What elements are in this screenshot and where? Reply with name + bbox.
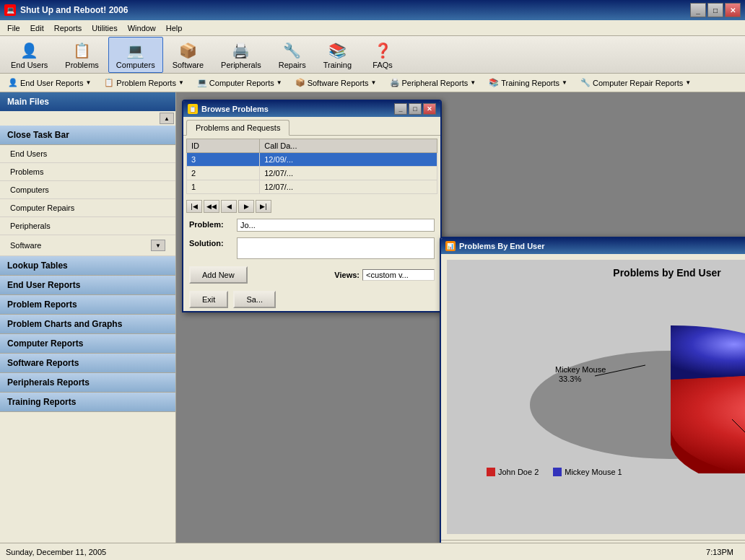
dropdown-arrow-4: ▼ [371, 79, 377, 86]
toolbar-computers[interactable]: 💻 Computers [108, 37, 163, 73]
cell-id: 2 [187, 167, 260, 180]
save-button[interactable]: Sa... [233, 291, 276, 308]
menu-utilities[interactable]: Utilities [87, 22, 121, 34]
reports-software[interactable]: 📦 Software Reports ▼ [290, 76, 382, 89]
sidebar-end-user-reports[interactable]: End User Reports [0, 276, 175, 295]
peripheral-reports-icon: 🖨️ [390, 78, 400, 87]
table-row[interactable]: 1 12/07/... [187, 180, 437, 194]
reports-training[interactable]: 📚 Training Reports ▼ [484, 76, 572, 89]
menu-bar: File Edit Reports Utilities Window Help [0, 20, 745, 36]
exit-row: Exit Sa... [183, 288, 440, 311]
sidebar-problem-reports[interactable]: Problem Reports [0, 295, 175, 315]
menu-window[interactable]: Window [123, 22, 160, 34]
repairs-icon: 🔧 [282, 40, 302, 61]
browse-window-body: Problems and Requests ID Call Da... [183, 117, 440, 311]
dropdown-arrow-5: ▼ [470, 79, 476, 86]
nav-prev[interactable]: ◀ [221, 200, 237, 213]
menu-file[interactable]: File [3, 22, 25, 34]
repair-reports-icon: 🔧 [580, 78, 591, 87]
sidebar-main-files[interactable]: Main Files [0, 92, 175, 111]
table-row[interactable]: 3 12/09/... [187, 153, 437, 167]
nav-prev-prev[interactable]: ◀◀ [204, 200, 219, 213]
problem-field[interactable]: Jo... [237, 219, 435, 232]
legend-mickey-mouse: Mickey Mouse 1 [553, 468, 622, 476]
sidebar-problem-charts[interactable]: Problem Charts and Graphs [0, 315, 175, 334]
pie-chart-svg: Mickey Mouse 33.3% John Doe 66.7% [487, 286, 745, 473]
minimize-button[interactable]: _ [690, 3, 706, 17]
menu-help[interactable]: Help [162, 22, 187, 34]
toolbar-problems[interactable]: 📋 Problems [57, 37, 106, 73]
title-controls: _ □ ✕ [690, 3, 741, 17]
menu-reports[interactable]: Reports [50, 22, 87, 34]
chart-window-icon: 📊 [445, 241, 456, 251]
sidebar-item-problems[interactable]: Problems [0, 163, 175, 181]
sidebar-item-peripherals[interactable]: Peripherals [0, 217, 175, 235]
nav-first[interactable]: |◀ [186, 200, 202, 213]
toolbar-repairs[interactable]: 🔧 Repairs [271, 37, 314, 73]
browse-maximize[interactable]: □ [409, 103, 422, 115]
dropdown-arrow-3: ▼ [276, 79, 282, 86]
browse-problems-window: 📋 Browse Problems _ □ ✕ Problems and Req… [182, 100, 442, 312]
views-combo[interactable]: <custom v... [362, 269, 435, 281]
nav-next[interactable]: ▶ [238, 200, 254, 213]
app-icon: 💻 [4, 4, 16, 16]
menu-edit[interactable]: Edit [26, 22, 48, 34]
nav-last[interactable]: ▶| [256, 200, 271, 213]
sidebar-training-reports[interactable]: Training Reports [0, 393, 175, 412]
sidebar-computer-reports[interactable]: Computer Reports [0, 334, 175, 354]
tab-problems-requests[interactable]: Problems and Requests [186, 120, 289, 136]
col-id[interactable]: ID [187, 139, 260, 153]
problem-row: Problem: Jo... [183, 216, 440, 235]
legend-label-john: John Doe 2 [498, 468, 539, 476]
col-call-date[interactable]: Call Da... [260, 139, 437, 153]
reports-bar: 👤 End User Reports ▼ 📋 Problem Reports ▼… [0, 74, 745, 92]
toolbar-peripherals[interactable]: 🖨️ Peripherals [213, 37, 269, 73]
exit-button[interactable]: Exit [189, 291, 228, 308]
reports-computer[interactable]: 💻 Computer Reports ▼ [192, 76, 287, 89]
solution-row: Solution: [183, 235, 440, 262]
chart-body: Problems by End User [441, 260, 745, 543]
solution-field[interactable] [237, 237, 435, 259]
toolbar-end-users[interactable]: 👤 End Users [3, 37, 56, 73]
sidebar-item-end-users[interactable]: End Users [0, 145, 175, 163]
sidebar-peripherals-reports[interactable]: Peripherals Reports [0, 373, 175, 393]
browse-minimize[interactable]: _ [394, 103, 407, 115]
chart-area: Problems by End User [447, 260, 745, 534]
reports-end-user[interactable]: 👤 End User Reports ▼ [3, 76, 96, 89]
dropdown-arrow-6: ▼ [562, 79, 567, 86]
legend-color-mickey [553, 468, 562, 476]
sidebar-scroll-up[interactable]: ▲ [160, 113, 174, 124]
browse-footer: Add New Views: <custom v... [183, 262, 440, 288]
pie-chart-container: Mickey Mouse 33.3% John Doe 66.7% [487, 286, 745, 488]
browse-window-icon: 📋 [188, 104, 198, 114]
problem-reports-icon: 📋 [104, 78, 114, 87]
sidebar-item-computers[interactable]: Computers [0, 181, 175, 199]
close-button[interactable]: ✕ [725, 3, 741, 17]
legend-label-mickey: Mickey Mouse 1 [565, 468, 622, 476]
reports-peripheral[interactable]: 🖨️ Peripheral Reports ▼ [385, 76, 482, 89]
svg-text:33.3%: 33.3% [559, 375, 581, 383]
maximize-button[interactable]: □ [707, 3, 723, 17]
app-title: Shut Up and Reboot! 2006 [20, 5, 128, 15]
sidebar-close-taskbar[interactable]: Close Task Bar [0, 126, 175, 145]
sidebar-item-software[interactable]: Software ▼ [0, 235, 175, 256]
svg-text:Mickey Mouse: Mickey Mouse [555, 365, 606, 374]
sidebar-software-reports[interactable]: Software Reports [0, 354, 175, 373]
sidebar-item-computer-repairs[interactable]: Computer Repairs [0, 199, 175, 217]
reports-problem[interactable]: 📋 Problem Reports ▼ [99, 76, 188, 89]
training-reports-icon: 📚 [489, 78, 499, 87]
status-bar: Sunday, December 11, 2005 7:13PM [0, 543, 745, 560]
toolbar-faqs[interactable]: ❓ FAQs [361, 37, 404, 73]
browse-close[interactable]: ✕ [423, 103, 436, 115]
sidebar-scroll-down[interactable]: ▼ [151, 240, 165, 251]
title-bar: 💻 Shut Up and Reboot! 2006 _ □ ✕ [0, 0, 745, 20]
add-new-button[interactable]: Add New [189, 266, 248, 284]
toolbar-software[interactable]: 📦 Software [165, 37, 212, 73]
views-container: Views: <custom v... [334, 269, 435, 281]
table-row[interactable]: 2 12/07/... [187, 167, 437, 180]
browse-problems-titlebar: 📋 Browse Problems _ □ ✕ [183, 101, 440, 117]
sidebar-lookup-tables[interactable]: Lookup Tables [0, 256, 175, 276]
toolbar-training[interactable]: 📚 Training [315, 37, 360, 73]
browse-table: ID Call Da... 3 12/09/... 2 12/07/ [186, 139, 437, 194]
reports-repair[interactable]: 🔧 Computer Repair Reports ▼ [575, 76, 696, 89]
